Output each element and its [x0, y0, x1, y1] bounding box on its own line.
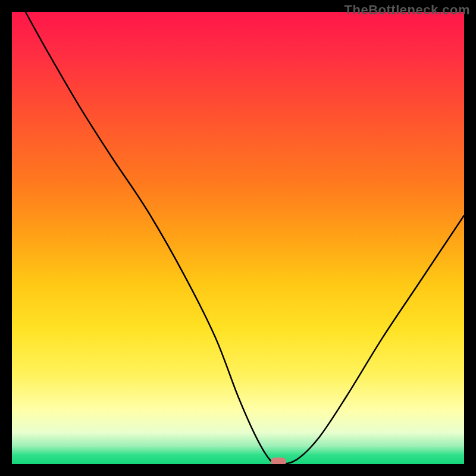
minimum-marker — [271, 458, 286, 464]
chart-container: TheBottleneck.com — [0, 0, 476, 476]
watermark-text: TheBottleneck.com — [345, 2, 470, 18]
bottleneck-curve-svg — [12, 12, 464, 464]
bottleneck-curve-path — [26, 12, 464, 464]
plot-area — [12, 12, 464, 464]
